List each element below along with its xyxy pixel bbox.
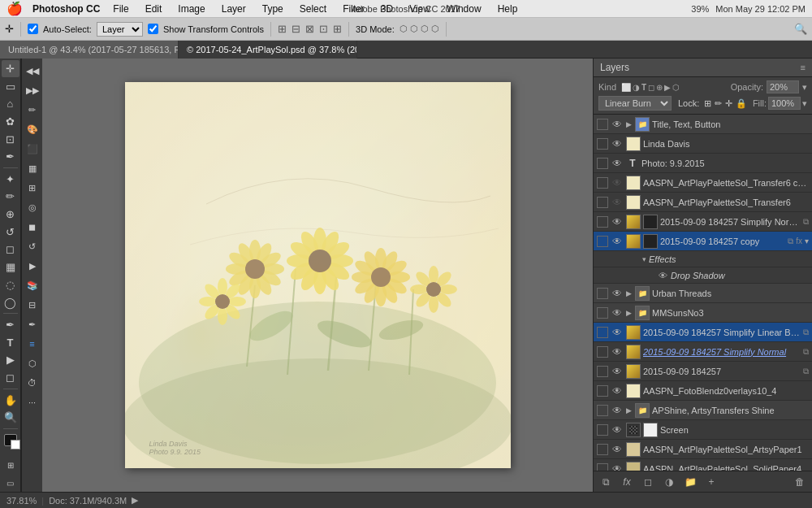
opacity-input[interactable]	[767, 80, 799, 93]
layer-check[interactable]	[597, 463, 608, 471]
layer-check[interactable]	[597, 424, 608, 436]
apple-menu[interactable]: 🍎	[6, 1, 23, 16]
eyedropper-tool[interactable]: ✒	[2, 148, 19, 165]
expand-panel-btn[interactable]: ▶▶	[24, 81, 41, 99]
healing-tool[interactable]: ✦	[2, 171, 19, 188]
layer-184257-copy[interactable]: 👁 2015-09-09 184257 copy ⧉ fx ▾	[594, 232, 812, 251]
layer-eye[interactable]: 👁	[611, 288, 624, 299]
layer-fotoblendz[interactable]: 👁 AASPN_FotoBlendz0verlays10_4	[594, 381, 812, 401]
marquee-tool[interactable]: ▭	[2, 78, 19, 95]
fill-input[interactable]	[768, 97, 801, 110]
kind-video-icon[interactable]: ▶	[664, 83, 671, 92]
align-middle-btn[interactable]: ⊟	[292, 23, 300, 35]
history-btn[interactable]: ↺	[24, 237, 41, 255]
kind-adjustment-icon[interactable]: ◑	[633, 83, 640, 92]
layer-check[interactable]	[597, 177, 608, 189]
layer-linear-burn[interactable]: 👁 2015-09-09 184257 Simplify Linear Burn…	[594, 323, 812, 342]
auto-select-checkbox[interactable]	[28, 24, 38, 34]
layer-eye[interactable]: 👁	[611, 236, 624, 247]
layer-eye[interactable]: 👁	[611, 197, 624, 208]
path-select[interactable]: ▶	[2, 352, 19, 369]
group-arrow[interactable]: ▶	[626, 309, 632, 317]
tab-untitled[interactable]: Untitled-1 @ 43.4% (2017-05-27 185613, R…	[0, 41, 179, 59]
layer-simplify-normal[interactable]: 👁 2015-09-09 184257 Simplify Normal ⧉	[594, 342, 812, 362]
group-arrow[interactable]: ▶	[626, 120, 632, 128]
layer-linda-davis[interactable]: 👁 Linda Davis	[594, 134, 812, 154]
more-btn[interactable]: ···	[24, 393, 41, 411]
zoom-tool[interactable]: 🔍	[2, 410, 19, 427]
pen-tool[interactable]: ✒	[2, 316, 19, 333]
layer-check[interactable]	[597, 385, 608, 397]
align-bottom-btn[interactable]: ⊠	[305, 23, 314, 35]
kind-shape-icon[interactable]: ◻	[648, 83, 654, 92]
3d-btn[interactable]: ⬡	[24, 354, 41, 372]
kind-smart-icon[interactable]: ⊕	[656, 83, 663, 92]
fill-arrow[interactable]: ▾	[802, 98, 807, 109]
layer-apshine[interactable]: 👁 ▶ 📁 APShine, ArtsyTransfers Shine	[594, 401, 812, 420]
layer-photo-date[interactable]: 👁 T Photo: 9.9.2015	[594, 154, 812, 173]
auto-select-dropdown[interactable]: Layer Group	[97, 22, 143, 37]
opacity-arrow[interactable]: ▾	[802, 82, 807, 93]
search-btn[interactable]: 🔍	[794, 23, 807, 35]
quick-select-tool[interactable]: ✿	[2, 113, 19, 130]
screen-mode[interactable]: ▭	[2, 475, 19, 492]
align-left-btn[interactable]: ⊡	[319, 23, 328, 35]
menu-layer[interactable]: Layer	[218, 3, 249, 15]
lasso-tool[interactable]: ⌂	[2, 95, 19, 112]
create-group-btn[interactable]: 📁	[681, 475, 699, 489]
group-arrow[interactable]: ▶	[626, 406, 632, 415]
crop-tool[interactable]: ⊡	[2, 131, 19, 148]
effects-arrow[interactable]: ▾	[642, 255, 646, 263]
menu-select[interactable]: Select	[296, 3, 330, 15]
menu-edit[interactable]: Edit	[142, 3, 166, 15]
channels-btn[interactable]: ⊟	[24, 296, 41, 314]
collapse-panel-btn[interactable]: ◀◀	[24, 62, 41, 80]
quick-mask[interactable]: ⊞	[2, 458, 19, 475]
layer-eye[interactable]: 👁	[611, 177, 624, 189]
layer-check[interactable]	[597, 288, 608, 299]
delete-layer-btn[interactable]: 🗑	[791, 475, 809, 489]
paths-btn[interactable]: ✒	[24, 315, 41, 333]
menu-image[interactable]: Image	[175, 3, 208, 15]
move-tool[interactable]: ✛	[2, 60, 19, 77]
blend-mode-select[interactable]: Linear Burn Normal Multiply Screen Overl…	[598, 96, 672, 111]
layer-check[interactable]	[597, 444, 608, 455]
layer-urban-threads[interactable]: 👁 ▶ 📁 Urban Threads	[594, 284, 812, 303]
add-style-btn[interactable]: fx	[618, 475, 636, 489]
swatches-btn[interactable]: ⬛	[24, 140, 41, 158]
layer-eye[interactable]: 👁	[611, 216, 624, 228]
lock-all-icon[interactable]: 🔒	[736, 98, 747, 109]
libraries-btn[interactable]: 📚	[24, 276, 41, 294]
layer-eye[interactable]: 👁	[611, 424, 624, 436]
tab-artplay[interactable]: © 2017-05-24_ArtPlaySol.psd @ 37.8% (201…	[179, 41, 357, 59]
layer-check[interactable]	[597, 236, 608, 247]
layer-check[interactable]	[597, 119, 608, 130]
status-arrow[interactable]: ▶	[132, 495, 138, 506]
layer-check[interactable]	[597, 216, 608, 228]
color-btn[interactable]: 🎨	[24, 120, 41, 138]
group-arrow[interactable]: ▶	[626, 289, 632, 297]
patterns-btn[interactable]: ⊞	[24, 179, 41, 197]
layer-artsy-paper1[interactable]: 👁 AASPN_ArtPlayPaletteSol_ArtsyPaper1	[594, 440, 812, 459]
align-top-btn[interactable]: ⊞	[278, 23, 287, 35]
panel-menu-icon[interactable]: ≡	[801, 63, 806, 72]
blur-tool[interactable]: ◌	[2, 276, 19, 293]
menu-file[interactable]: File	[110, 3, 132, 15]
brush-preset-btn[interactable]: ✏	[24, 101, 41, 119]
layer-solid-paper4[interactable]: 👁 AASPN_ArtPlayPaletteSol_SolidPaper4	[594, 459, 812, 471]
lock-image-icon[interactable]: ✏	[715, 98, 722, 109]
distribute-btn[interactable]: ⊞	[333, 23, 342, 35]
layer-aaspn-transfer6-copy[interactable]: 👁 AASPN_ArtPlayPaletteSol_Transfer6 copy	[594, 173, 812, 193]
add-mask-btn[interactable]: ◻	[639, 475, 657, 489]
layer-check[interactable]	[597, 346, 608, 358]
layers-btn[interactable]: ≡	[24, 335, 41, 353]
link-layers-btn[interactable]: ⧉	[597, 475, 615, 489]
drop-shadow-vis[interactable]: 👁	[659, 271, 667, 280]
kind-3d-icon[interactable]: ⬡	[672, 83, 680, 92]
lock-position-icon[interactable]: ✛	[725, 98, 732, 109]
layer-eye[interactable]: 👁	[611, 405, 624, 416]
expand-icon[interactable]: ▾	[805, 237, 809, 245]
layer-eye[interactable]: 👁	[611, 158, 624, 169]
layer-eye[interactable]: 👁	[611, 119, 624, 130]
history-brush[interactable]: ↺	[2, 224, 19, 241]
